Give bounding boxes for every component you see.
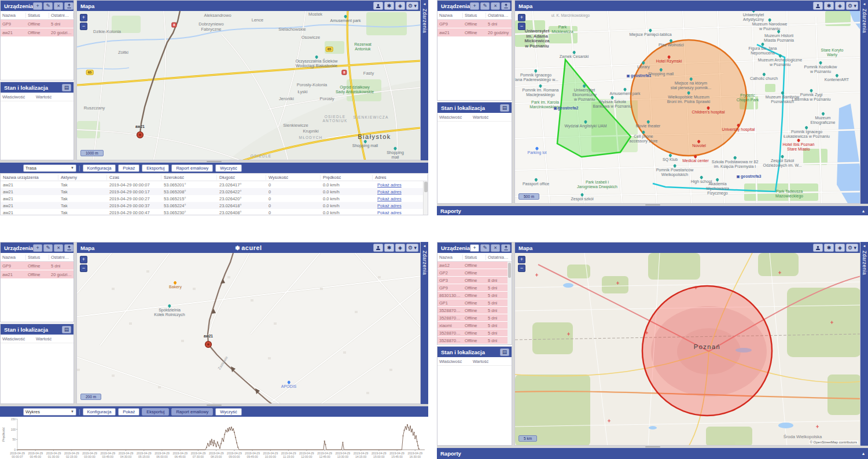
toolbar-button[interactable]: Konfiguracja xyxy=(83,408,116,416)
follow-device-icon[interactable] xyxy=(373,2,383,10)
upload-icon[interactable] xyxy=(64,244,73,252)
show-address-link[interactable]: Pokaż adres xyxy=(375,210,404,215)
device-row[interactable]: GP9Offline5 dni xyxy=(437,20,512,28)
device-row[interactable]: 3528870797...Offline5 dni xyxy=(437,329,512,337)
map-scale-button[interactable]: 200 m xyxy=(80,394,101,400)
show-address-link[interactable]: Pokaż adres xyxy=(375,189,404,194)
map-canvas[interactable]: BakerySpółdzielnia Kółek RolniczychAPODI… xyxy=(77,253,420,403)
delete-device-button[interactable]: × xyxy=(491,2,500,10)
toolbar-button[interactable]: Eksportuj xyxy=(142,164,169,172)
add-device-button[interactable]: + xyxy=(470,244,479,252)
report-type-select[interactable]: Wykres▼ xyxy=(23,408,76,416)
map-options-dropdown[interactable]: ⚙ ▾ xyxy=(406,2,418,10)
fit-bounds-icon[interactable]: ◈ xyxy=(835,2,845,10)
map-options-dropdown[interactable]: ⚙ ▾ xyxy=(846,244,858,252)
follow-device-icon[interactable] xyxy=(373,244,383,252)
reports-bar[interactable]: Raporty ▴ xyxy=(437,448,868,459)
map-canvas[interactable]: Uniwersytet im. Adama Mickiewicza w Pozn… xyxy=(515,11,860,203)
device-row[interactable]: GP9Offline5 dni xyxy=(1,262,73,270)
device-row[interactable]: aw21Offline20 godziny xyxy=(1,28,73,37)
table-row[interactable]: aw21Tak2019-04-29 00:00:47 53.065230°23.… xyxy=(1,209,428,215)
edit-device-button[interactable]: ✎ xyxy=(43,2,53,10)
map-scale-button[interactable]: 1000 m xyxy=(80,150,104,156)
list-icon[interactable]: ▤ xyxy=(500,348,509,356)
show-address-link[interactable]: Pokaż adres xyxy=(375,182,404,188)
zoom-out-button[interactable]: − xyxy=(518,265,525,272)
device-row[interactable]: GP2Offline xyxy=(437,269,512,277)
tab-events[interactable]: ◂ Zdarzenia xyxy=(860,0,868,204)
map-settings-icon[interactable]: ✱ xyxy=(384,2,394,10)
tab-events[interactable]: ◂ Zdarzenia xyxy=(421,242,428,404)
delete-device-button[interactable]: × xyxy=(54,2,63,10)
show-address-link[interactable]: Pokaż adres xyxy=(375,196,404,201)
device-row[interactable]: GP9Offline5 dni xyxy=(1,20,73,28)
device-row[interactable]: aw21Offline20 godziny xyxy=(437,28,512,37)
list-icon[interactable]: ▤ xyxy=(500,104,509,112)
list-icon[interactable]: ▤ xyxy=(62,84,71,91)
add-device-button[interactable]: + xyxy=(470,2,479,10)
reports-bar[interactable]: Raporty ▴ xyxy=(437,206,868,215)
zoom-out-button[interactable]: − xyxy=(518,23,525,30)
device-row[interactable]: aw21Offline20 godziny xyxy=(1,270,73,279)
table-scrollbar[interactable] xyxy=(423,181,428,215)
map-settings-icon[interactable]: ✱ xyxy=(384,244,394,252)
map-options-dropdown[interactable]: ⚙ ▾ xyxy=(406,244,418,252)
fit-bounds-icon[interactable]: ◈ xyxy=(395,244,405,252)
fit-bounds-icon[interactable]: ◈ xyxy=(835,244,845,252)
toolbar-button[interactable]: Pokaż xyxy=(118,164,139,172)
report-type-select[interactable]: Trasa▼ xyxy=(23,164,76,172)
upload-icon[interactable] xyxy=(64,2,73,10)
zoom-in-button[interactable]: + xyxy=(518,14,525,21)
toolbar-button[interactable]: Raport emailowy xyxy=(171,408,213,416)
tab-events[interactable]: ◂ Zdarzenia xyxy=(421,0,428,160)
show-address-link[interactable]: Pokaż adres xyxy=(375,203,404,208)
map-options-dropdown[interactable]: ⚙ ▾ xyxy=(846,2,858,10)
map-settings-icon[interactable]: ✱ xyxy=(824,2,834,10)
follow-device-icon[interactable] xyxy=(813,244,823,252)
edit-device-button[interactable]: ✎ xyxy=(43,244,53,252)
tab-events[interactable]: ◂ Zdarzenia xyxy=(860,242,868,446)
edit-device-button[interactable]: ✎ xyxy=(480,2,490,10)
map-canvas[interactable]: Dzikie-KoloniaAleksandrowoLenceMostekZół… xyxy=(77,11,420,160)
follow-device-icon[interactable] xyxy=(813,2,823,10)
device-row[interactable]: 8630130030...Offline5 dni xyxy=(437,292,512,299)
map-settings-icon[interactable]: ✱ xyxy=(824,244,834,252)
edit-device-button[interactable]: ✎ xyxy=(480,244,490,252)
zoom-out-button[interactable]: − xyxy=(80,265,87,272)
table-row[interactable]: aw21Tak2019-04-29 00:00:17 53.065208°23.… xyxy=(1,188,428,195)
map-scale-button[interactable]: 500 m xyxy=(518,193,539,200)
toolbar-button[interactable]: Raport emailowy xyxy=(171,164,213,172)
device-row[interactable]: xiaomiOffline5 dni xyxy=(437,322,512,329)
add-device-button[interactable]: + xyxy=(33,2,42,10)
list-icon[interactable]: ▤ xyxy=(62,326,71,333)
toolbar-button[interactable]: Pokaż xyxy=(118,408,139,416)
table-row[interactable]: aw21Tak2019-04-29 00:00:37 53.065224°23.… xyxy=(1,202,428,209)
table-row[interactable]: aw21Tak2019-04-29 00:00:07 53.065201°23.… xyxy=(1,181,428,188)
device-row[interactable]: GP9Offline5 dni xyxy=(437,284,512,292)
table-row[interactable]: aw21Tak2019-04-29 00:00:27 53.065215°23.… xyxy=(1,195,428,202)
toolbar-button[interactable]: Eksportuj xyxy=(142,408,169,416)
zoom-in-button[interactable]: + xyxy=(518,256,525,263)
upload-icon[interactable] xyxy=(501,244,510,252)
device-row[interactable]: GP1Offline5 dni xyxy=(437,299,512,307)
geofence-circle xyxy=(642,286,772,416)
device-row[interactable]: aw12Offline xyxy=(437,262,512,269)
device-row[interactable]: 3528870797...Offline5 dni xyxy=(437,307,512,314)
toolbar-button[interactable]: Wyczyść xyxy=(215,408,242,416)
zoom-in-button[interactable]: + xyxy=(80,14,87,21)
add-device-button[interactable]: + xyxy=(33,244,42,252)
map-scale-button[interactable]: 5 km xyxy=(518,435,537,442)
device-row[interactable]: 3528870797...Offline5 dni xyxy=(437,337,512,344)
device-list-scrollbar[interactable] xyxy=(507,262,512,344)
upload-icon[interactable] xyxy=(501,2,510,10)
delete-device-button[interactable]: × xyxy=(54,244,63,252)
fit-bounds-icon[interactable]: ◈ xyxy=(395,2,405,10)
device-row[interactable]: 3528870797...Offline5 dni xyxy=(437,314,512,322)
toolbar-button[interactable]: Konfiguracja xyxy=(83,164,116,172)
device-row[interactable]: GP3Offline8 dni xyxy=(437,277,512,284)
zoom-in-button[interactable]: + xyxy=(80,256,87,263)
zoom-out-button[interactable]: − xyxy=(80,23,87,30)
map-canvas[interactable]: PoznańŚroda Wielkopolska +− 5 km © OpenS… xyxy=(515,253,860,445)
toolbar-button[interactable]: Wyczyść xyxy=(215,164,242,172)
delete-device-button[interactable]: × xyxy=(491,244,500,252)
